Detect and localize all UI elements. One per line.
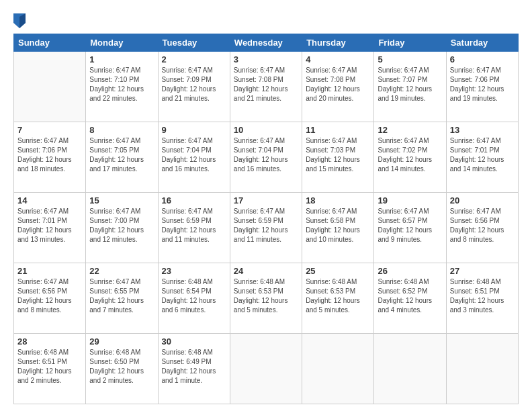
day-info: Sunrise: 6:47 AM Sunset: 7:04 PM Dayligh…	[234, 136, 298, 174]
day-info: Sunrise: 6:48 AM Sunset: 6:52 PM Dayligh…	[378, 277, 442, 315]
day-info: Sunrise: 6:47 AM Sunset: 6:58 PM Dayligh…	[306, 207, 370, 244]
day-cell: 26Sunrise: 6:48 AM Sunset: 6:52 PM Dayli…	[374, 263, 446, 334]
day-info: Sunrise: 6:48 AM Sunset: 6:54 PM Dayligh…	[162, 277, 226, 315]
day-cell: 27Sunrise: 6:48 AM Sunset: 6:51 PM Dayli…	[446, 263, 518, 334]
header	[13, 11, 519, 28]
weekday-friday: Friday	[374, 34, 446, 52]
day-number: 17	[234, 195, 298, 205]
day-info: Sunrise: 6:47 AM Sunset: 6:55 PM Dayligh…	[89, 277, 154, 315]
day-number: 27	[450, 266, 515, 276]
day-number: 29	[89, 336, 154, 347]
day-cell: 16Sunrise: 6:47 AM Sunset: 6:59 PM Dayli…	[158, 193, 230, 263]
weekday-header-row: SundayMondayTuesdayWednesdayThursdayFrid…	[14, 34, 519, 52]
day-cell: 19Sunrise: 6:47 AM Sunset: 6:57 PM Dayli…	[374, 193, 446, 263]
day-info: Sunrise: 6:48 AM Sunset: 6:51 PM Dayligh…	[17, 348, 82, 385]
day-cell: 9Sunrise: 6:47 AM Sunset: 7:04 PM Daylig…	[158, 122, 230, 193]
day-cell: 11Sunrise: 6:47 AM Sunset: 7:03 PM Dayli…	[302, 122, 374, 193]
day-cell: 18Sunrise: 6:47 AM Sunset: 6:58 PM Dayli…	[302, 193, 374, 263]
weekday-saturday: Saturday	[446, 34, 518, 52]
day-cell: 6Sunrise: 6:47 AM Sunset: 7:06 PM Daylig…	[446, 52, 518, 122]
logo	[13, 13, 27, 28]
day-info: Sunrise: 6:47 AM Sunset: 6:56 PM Dayligh…	[17, 277, 82, 315]
day-number: 12	[378, 125, 442, 135]
logo-icon	[13, 13, 26, 28]
day-info: Sunrise: 6:47 AM Sunset: 7:09 PM Dayligh…	[162, 66, 226, 103]
day-cell: 4Sunrise: 6:47 AM Sunset: 7:08 PM Daylig…	[302, 52, 374, 122]
day-number: 19	[378, 195, 442, 205]
day-info: Sunrise: 6:47 AM Sunset: 6:59 PM Dayligh…	[234, 207, 298, 244]
day-number: 6	[450, 54, 515, 64]
day-cell: 13Sunrise: 6:47 AM Sunset: 7:01 PM Dayli…	[446, 122, 518, 193]
weekday-wednesday: Wednesday	[230, 34, 302, 52]
day-cell: 2Sunrise: 6:47 AM Sunset: 7:09 PM Daylig…	[158, 52, 230, 122]
day-cell: 3Sunrise: 6:47 AM Sunset: 7:08 PM Daylig…	[230, 52, 302, 122]
day-info: Sunrise: 6:47 AM Sunset: 7:02 PM Dayligh…	[378, 136, 442, 174]
day-info: Sunrise: 6:47 AM Sunset: 6:57 PM Dayligh…	[378, 207, 442, 244]
day-cell	[374, 334, 446, 404]
day-number: 14	[17, 195, 82, 205]
day-info: Sunrise: 6:47 AM Sunset: 7:05 PM Dayligh…	[89, 136, 154, 174]
week-row-3: 14Sunrise: 6:47 AM Sunset: 7:01 PM Dayli…	[14, 193, 519, 263]
day-cell: 30Sunrise: 6:48 AM Sunset: 6:49 PM Dayli…	[158, 334, 230, 404]
day-number: 20	[450, 195, 515, 205]
day-cell: 14Sunrise: 6:47 AM Sunset: 7:01 PM Dayli…	[14, 193, 86, 263]
day-number: 22	[89, 266, 154, 276]
day-cell: 23Sunrise: 6:48 AM Sunset: 6:54 PM Dayli…	[158, 263, 230, 334]
day-info: Sunrise: 6:47 AM Sunset: 7:08 PM Dayligh…	[234, 66, 298, 103]
day-cell: 20Sunrise: 6:47 AM Sunset: 6:56 PM Dayli…	[446, 193, 518, 263]
day-cell: 12Sunrise: 6:47 AM Sunset: 7:02 PM Dayli…	[374, 122, 446, 193]
day-cell	[302, 334, 374, 404]
day-info: Sunrise: 6:47 AM Sunset: 6:59 PM Dayligh…	[162, 207, 226, 244]
day-cell: 24Sunrise: 6:48 AM Sunset: 6:53 PM Dayli…	[230, 263, 302, 334]
day-info: Sunrise: 6:48 AM Sunset: 6:53 PM Dayligh…	[306, 277, 370, 315]
day-info: Sunrise: 6:48 AM Sunset: 6:53 PM Dayligh…	[234, 277, 298, 315]
week-row-2: 7Sunrise: 6:47 AM Sunset: 7:06 PM Daylig…	[14, 122, 519, 193]
day-info: Sunrise: 6:47 AM Sunset: 7:01 PM Dayligh…	[17, 207, 82, 244]
day-info: Sunrise: 6:47 AM Sunset: 7:04 PM Dayligh…	[162, 136, 226, 174]
day-info: Sunrise: 6:47 AM Sunset: 7:07 PM Dayligh…	[378, 66, 442, 103]
day-number: 9	[162, 125, 226, 135]
day-number: 11	[306, 125, 370, 135]
day-cell: 28Sunrise: 6:48 AM Sunset: 6:51 PM Dayli…	[14, 334, 86, 404]
day-number: 1	[89, 54, 154, 64]
calendar-table: SundayMondayTuesdayWednesdayThursdayFrid…	[13, 34, 519, 404]
day-number: 26	[378, 266, 442, 276]
day-cell	[446, 334, 518, 404]
day-number: 4	[306, 54, 370, 64]
week-row-4: 21Sunrise: 6:47 AM Sunset: 6:56 PM Dayli…	[14, 263, 519, 334]
day-number: 5	[378, 54, 442, 64]
day-info: Sunrise: 6:47 AM Sunset: 7:08 PM Dayligh…	[306, 66, 370, 103]
day-info: Sunrise: 6:48 AM Sunset: 6:51 PM Dayligh…	[450, 277, 515, 315]
day-cell: 22Sunrise: 6:47 AM Sunset: 6:55 PM Dayli…	[86, 263, 158, 334]
day-info: Sunrise: 6:47 AM Sunset: 7:03 PM Dayligh…	[306, 136, 370, 174]
day-number: 2	[162, 54, 226, 64]
day-number: 24	[234, 266, 298, 276]
weekday-tuesday: Tuesday	[158, 34, 230, 52]
day-number: 16	[162, 195, 226, 205]
day-info: Sunrise: 6:47 AM Sunset: 7:10 PM Dayligh…	[89, 66, 154, 103]
day-number: 10	[234, 125, 298, 135]
day-number: 18	[306, 195, 370, 205]
day-info: Sunrise: 6:47 AM Sunset: 7:00 PM Dayligh…	[89, 207, 154, 244]
week-row-1: 1Sunrise: 6:47 AM Sunset: 7:10 PM Daylig…	[14, 52, 519, 122]
weekday-sunday: Sunday	[14, 34, 86, 52]
day-number: 13	[450, 125, 515, 135]
day-cell: 8Sunrise: 6:47 AM Sunset: 7:05 PM Daylig…	[86, 122, 158, 193]
day-number: 30	[162, 336, 226, 347]
day-number: 7	[17, 125, 82, 135]
day-number: 23	[162, 266, 226, 276]
day-info: Sunrise: 6:48 AM Sunset: 6:49 PM Dayligh…	[162, 348, 226, 385]
day-number: 3	[234, 54, 298, 64]
day-cell: 7Sunrise: 6:47 AM Sunset: 7:06 PM Daylig…	[14, 122, 86, 193]
day-cell: 25Sunrise: 6:48 AM Sunset: 6:53 PM Dayli…	[302, 263, 374, 334]
day-cell: 17Sunrise: 6:47 AM Sunset: 6:59 PM Dayli…	[230, 193, 302, 263]
day-info: Sunrise: 6:47 AM Sunset: 7:06 PM Dayligh…	[450, 66, 515, 103]
day-cell: 1Sunrise: 6:47 AM Sunset: 7:10 PM Daylig…	[86, 52, 158, 122]
week-row-5: 28Sunrise: 6:48 AM Sunset: 6:51 PM Dayli…	[14, 334, 519, 404]
day-info: Sunrise: 6:48 AM Sunset: 6:50 PM Dayligh…	[89, 348, 154, 385]
day-cell: 5Sunrise: 6:47 AM Sunset: 7:07 PM Daylig…	[374, 52, 446, 122]
day-number: 8	[89, 125, 154, 135]
day-cell	[230, 334, 302, 404]
day-number: 25	[306, 266, 370, 276]
day-info: Sunrise: 6:47 AM Sunset: 7:06 PM Dayligh…	[17, 136, 82, 174]
